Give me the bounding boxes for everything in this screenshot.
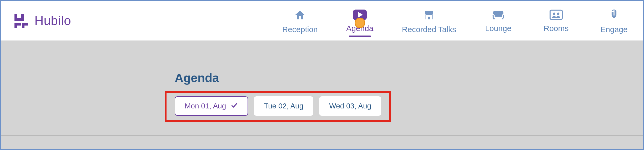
brand-logo[interactable]: Hubilo — [13, 12, 71, 29]
home-icon — [294, 9, 306, 22]
svg-point-11 — [557, 12, 559, 15]
nav-label: Engage — [600, 25, 627, 34]
date-chip-label: Mon 01, Aug — [185, 102, 226, 110]
date-chip-label: Tue 02, Aug — [264, 102, 303, 110]
nav-engage[interactable]: Engage — [598, 8, 630, 34]
page-title: Agenda — [175, 71, 219, 85]
nav-label: Recorded Talks — [402, 25, 456, 34]
date-chip-wed[interactable]: Wed 03, Aug — [319, 96, 381, 116]
nav-lounge[interactable]: Lounge — [482, 8, 514, 33]
content-divider — [1, 135, 643, 136]
app-frame: Hubilo Reception Agenda — [0, 0, 644, 150]
brand-name: Hubilo — [34, 13, 71, 28]
svg-rect-4 — [14, 23, 21, 26]
store-icon — [423, 9, 435, 22]
nav-underline — [349, 36, 371, 37]
svg-line-14 — [616, 10, 616, 11]
nav-agenda[interactable]: Agenda — [344, 8, 376, 33]
svg-line-13 — [612, 10, 613, 11]
date-chip-tue[interactable]: Tue 02, Aug — [254, 96, 313, 116]
sofa-icon — [492, 9, 505, 21]
nav-rooms[interactable]: Rooms — [540, 8, 572, 33]
cursor-annotation-icon — [355, 18, 365, 28]
hubilo-logo-icon — [13, 12, 30, 29]
svg-rect-2 — [21, 14, 24, 21]
svg-point-10 — [553, 12, 555, 15]
date-chip-label: Wed 03, Aug — [329, 102, 371, 110]
check-icon — [231, 102, 238, 111]
nav-label: Rooms — [544, 24, 568, 33]
main-nav: Reception Agenda Recorded Talks — [282, 8, 630, 34]
header: Hubilo Reception Agenda — [1, 1, 643, 41]
nav-label: Reception — [282, 25, 318, 34]
date-selector-row: Mon 01, Aug Tue 02, Aug Wed 03, Aug — [175, 96, 381, 116]
nav-reception[interactable]: Reception — [282, 8, 318, 34]
nav-recorded-talks[interactable]: Recorded Talks — [402, 8, 456, 34]
magnet-icon — [608, 9, 620, 22]
nav-label: Lounge — [485, 24, 511, 33]
svg-rect-6 — [22, 23, 28, 26]
people-icon — [550, 9, 563, 21]
content-area: Agenda Mon 01, Aug Tue 02, Aug Wed 03, A… — [1, 41, 643, 149]
date-chip-mon[interactable]: Mon 01, Aug — [175, 96, 248, 116]
svg-rect-9 — [550, 10, 562, 19]
